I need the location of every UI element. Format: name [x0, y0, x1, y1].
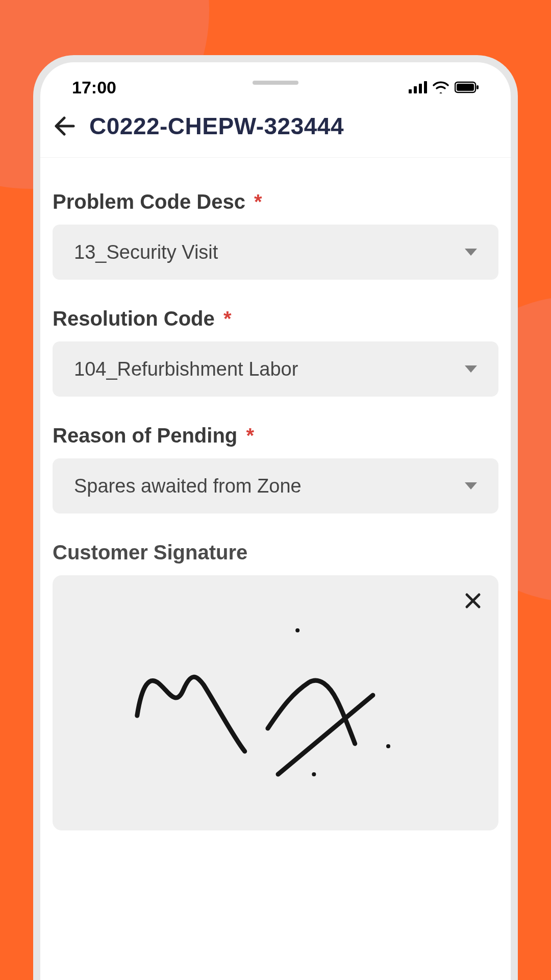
resolution-code-select[interactable]: 104_Refurbishment Labor [53, 341, 498, 397]
field-resolution-code: Resolution Code * 104_Refurbishment Labo… [53, 307, 498, 397]
field-label: Reason of Pending * [53, 424, 498, 447]
label-text: Problem Code Desc [53, 190, 245, 213]
signature-pad[interactable] [53, 575, 498, 830]
cellular-signal-icon [409, 81, 427, 93]
svg-rect-6 [477, 85, 479, 89]
svg-point-7 [295, 628, 299, 632]
required-marker: * [246, 424, 254, 447]
field-pending-reason: Reason of Pending * Spares awaited from … [53, 424, 498, 513]
phone-frame: 17:00 C02 [33, 55, 518, 980]
svg-point-9 [386, 744, 390, 748]
field-label: Resolution Code * [53, 307, 498, 330]
svg-rect-1 [414, 86, 417, 93]
battery-icon [455, 81, 479, 93]
status-bar: 17:00 [40, 62, 511, 103]
svg-rect-2 [419, 84, 422, 93]
pending-reason-select[interactable]: Spares awaited from Zone [53, 458, 498, 513]
problem-code-select[interactable]: 13_Security Visit [53, 225, 498, 280]
chevron-down-icon [465, 482, 477, 489]
required-marker: * [254, 190, 262, 213]
status-icons [409, 81, 479, 93]
select-value: 104_Refurbishment Labor [74, 358, 298, 380]
svg-rect-5 [457, 84, 474, 91]
arrow-left-icon [53, 115, 76, 137]
field-problem-code: Problem Code Desc * 13_Security Visit [53, 190, 498, 280]
back-button[interactable] [52, 113, 77, 139]
field-label: Customer Signature [53, 541, 498, 564]
app-bar: C0222-CHEPW-323444 [40, 103, 511, 158]
svg-rect-3 [424, 81, 427, 93]
status-time: 17:00 [72, 78, 116, 97]
svg-point-8 [312, 772, 316, 776]
field-label: Problem Code Desc * [53, 190, 498, 213]
svg-rect-0 [409, 89, 412, 93]
speaker-notch [253, 81, 298, 85]
label-text: Reason of Pending [53, 424, 237, 447]
select-value: Spares awaited from Zone [74, 475, 302, 497]
label-text: Resolution Code [53, 307, 215, 330]
chevron-down-icon [465, 249, 477, 256]
field-signature: Customer Signature [53, 541, 498, 830]
wifi-icon [432, 81, 449, 93]
select-value: 13_Security Visit [74, 241, 218, 263]
signature-stroke [53, 575, 498, 830]
chevron-down-icon [465, 365, 477, 373]
page-title: C0222-CHEPW-323444 [89, 112, 344, 140]
form-body: Problem Code Desc * 13_Security Visit Re… [40, 158, 511, 830]
required-marker: * [223, 307, 232, 330]
